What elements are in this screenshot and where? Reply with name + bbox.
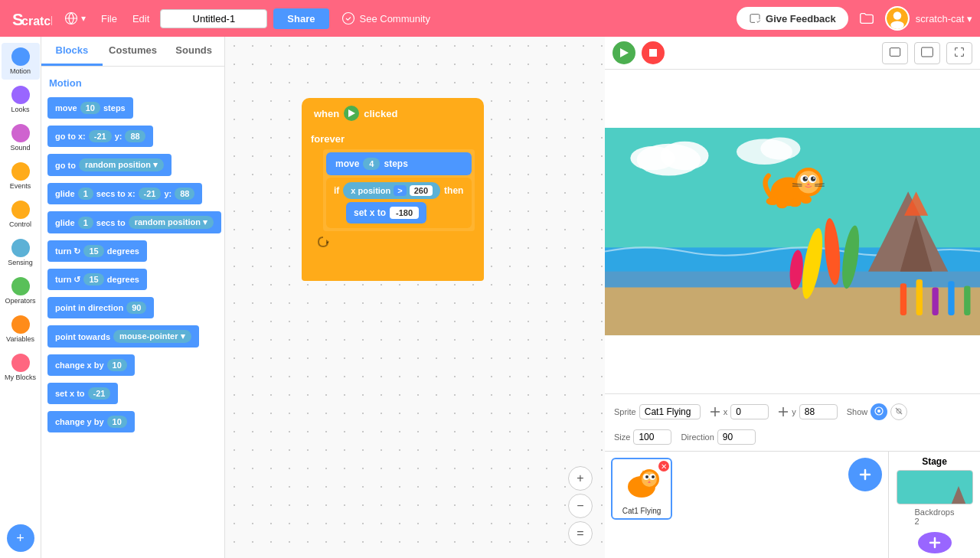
condition-val[interactable]: 260 [410,185,433,196]
looks-dot [11,86,30,104]
sprite-y-input[interactable] [799,404,838,419]
block-point-towards[interactable]: point towards mouse-pointer ▾ [47,323,218,350]
section-title: Motion [49,77,218,89]
add-sprite-area [848,458,882,498]
sidebar-item-sensing[interactable]: Sensing [2,234,40,271]
scratch-logo[interactable]: S cratch [8,5,54,32]
show-visible-button[interactable] [871,403,887,420]
small-stage-button[interactable] [882,42,908,64]
project-title-input[interactable] [160,9,267,28]
svg-point-66 [652,475,655,478]
edit-label: Edit [132,13,149,24]
tab-sounds[interactable]: Sounds [163,37,224,66]
zoom-in-button[interactable]: + [568,466,593,491]
code-area: when clicked forever move 4 [225,37,605,558]
block-point-direction[interactable]: point in direction 90 [47,295,218,321]
svg-text:cratch: cratch [21,15,52,28]
main-area: Motion Looks Sound Events Control Sensin… [0,37,980,558]
stage-panel: Stage Backdrops 2 [888,452,980,558]
sprite-x-input[interactable] [730,404,769,419]
green-flag-button[interactable] [612,41,635,64]
arrows-icon [710,406,720,417]
forever-block[interactable]: forever move 4 steps if [302,129,484,281]
sidebar-item-sound[interactable]: Sound [2,119,40,156]
condition-block[interactable]: x position > 260 [343,182,440,199]
block-glide-random[interactable]: glide 1 secs to random position ▾ [47,209,218,236]
sidebar-item-variables[interactable]: Variables [2,311,40,348]
add-backdrop-button[interactable] [918,532,952,553]
if-block[interactable]: if x position > 260 then [326,178,472,228]
stage-thumb-image [897,471,973,504]
zoom-fit-button[interactable]: = [568,521,593,546]
add-extension-button[interactable]: + [7,524,34,552]
block-change-y[interactable]: change y by 10 [47,409,218,435]
block-move-steps[interactable]: move 10 steps [47,95,218,121]
sidebar-item-motion[interactable]: Motion [2,43,40,80]
stage-thumbnail[interactable] [897,470,973,504]
sidebar-item-operators[interactable]: Operators [2,272,40,309]
svg-point-6 [893,11,902,20]
sprite-direction-input[interactable] [717,429,756,445]
user-avatar[interactable] [885,6,910,31]
sprite-delete-button[interactable]: ✕ [658,461,669,472]
fullscreen-button[interactable] [946,42,972,64]
normal-stage-button[interactable] [914,42,940,64]
stop-button[interactable] [642,41,665,64]
share-button[interactable]: Share [273,8,328,29]
sidebar-item-myblocks[interactable]: My Blocks [2,349,40,386]
when-flag-block[interactable]: when clicked [302,98,484,129]
zoom-out-button[interactable]: − [568,494,593,518]
sensing-dot [11,239,30,257]
bottom-row: ✕ Cat1 Flying [605,451,980,558]
sprite-direction-field: Direction [681,429,755,445]
block-goto-random[interactable]: go to random position ▾ [47,152,218,178]
svg-rect-30 [916,279,923,315]
block-turn-cw[interactable]: turn ↻ 15 degrees [47,238,218,264]
sidebar-item-looks[interactable]: Looks [2,81,40,118]
svg-point-55 [877,410,880,413]
see-community-label: See Community [360,13,430,24]
operators-label: Operators [5,297,35,305]
sprite-size-input[interactable] [633,429,671,445]
sprite-list-area: ✕ Cat1 Flying [605,452,888,558]
events-label: Events [10,182,31,190]
edit-menu-btn[interactable]: Edit [128,10,154,28]
file-menu-btn[interactable]: File [96,10,122,28]
svg-point-43 [805,178,807,179]
block-glide-xy[interactable]: glide 1 secs to x: -21 y: 88 [47,181,218,207]
script-stack: when clicked forever move 4 [302,98,484,281]
set-x-block[interactable]: set x to -180 [346,202,426,224]
move-block[interactable]: move 4 steps [326,152,472,175]
sprite-thumbnail[interactable]: ✕ Cat1 Flying [611,458,672,520]
globe-language-btn[interactable]: ▾ [60,8,90,28]
sprite-image [620,462,663,505]
svg-point-52 [789,199,802,207]
username-button[interactable]: scratch-cat ▾ [916,13,972,24]
forever-inner: move 4 steps if x position > [323,149,475,231]
give-feedback-button[interactable]: Give Feedback [737,7,848,30]
block-change-x[interactable]: change x by 10 [47,352,218,378]
svg-point-38 [797,171,819,193]
control-dot [11,201,30,219]
see-community-button[interactable]: See Community [335,8,436,28]
motion-dot [11,47,30,66]
svg-rect-13 [922,47,933,57]
sidebar-item-control[interactable]: Control [2,196,40,233]
block-set-x[interactable]: set x to -21 [47,380,218,406]
move-val[interactable]: 4 [363,158,380,170]
top-right-area: scratch-cat ▾ [854,6,972,31]
sidebar-item-events[interactable]: Events [2,158,40,194]
zoom-controls: + − = [568,466,593,546]
tab-blocks[interactable]: Blocks [41,37,103,66]
block-turn-ccw[interactable]: turn ↺ 15 degrees [47,266,218,292]
set-x-val[interactable]: -180 [390,207,419,219]
tab-costumes[interactable]: Costumes [103,37,164,66]
loop-arrow [317,236,475,250]
sound-label: Sound [10,144,30,152]
add-sprite-button[interactable] [848,458,882,491]
block-goto-xy[interactable]: go to x: -21 y: 88 [47,123,218,149]
folder-icon[interactable] [854,6,879,31]
share-label: Share [287,13,315,24]
show-hidden-button[interactable] [890,403,907,420]
sprite-name-input[interactable] [639,404,701,419]
